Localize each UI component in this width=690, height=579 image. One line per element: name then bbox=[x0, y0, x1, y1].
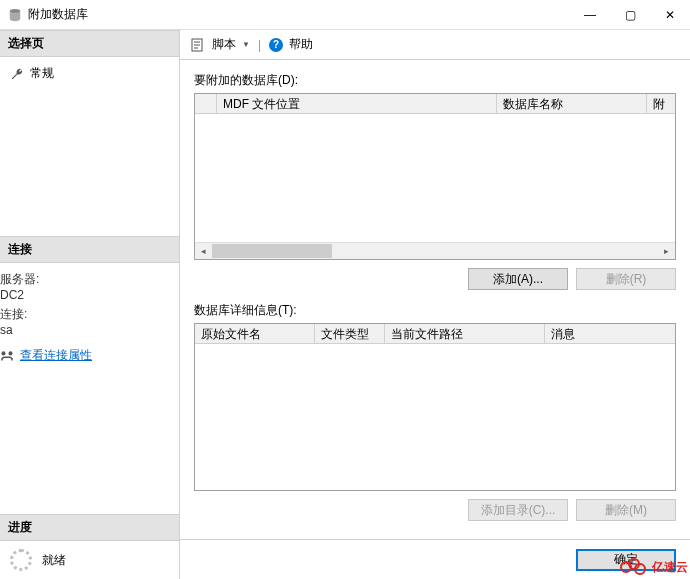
attach-grid-header: MDF 文件位置 数据库名称 附 bbox=[195, 94, 675, 114]
progress-header: 进度 bbox=[0, 514, 179, 541]
script-icon bbox=[190, 37, 206, 53]
toolbar: 脚本 ▼ | ? 帮助 bbox=[180, 30, 690, 60]
help-button[interactable]: 帮助 bbox=[289, 36, 313, 53]
svg-point-2 bbox=[8, 351, 12, 355]
script-dropdown-icon[interactable]: ▼ bbox=[242, 40, 250, 49]
scroll-right-arrow[interactable]: ▸ bbox=[658, 243, 675, 259]
left-sidebar: 选择页 常规 连接 服务器: DC2 连接: sa 查看连接属性 进度 就绪 bbox=[0, 30, 180, 579]
attach-db-label: 要附加的数据库(D): bbox=[194, 72, 676, 89]
scroll-left-arrow[interactable]: ◂ bbox=[195, 243, 212, 259]
col-attach[interactable]: 附 bbox=[647, 94, 675, 113]
title-bar: 附加数据库 — ▢ ✕ bbox=[0, 0, 690, 30]
details-grid-header: 原始文件名 文件类型 当前文件路径 消息 bbox=[195, 324, 675, 344]
col-rowheader bbox=[195, 94, 217, 113]
scroll-thumb[interactable] bbox=[212, 244, 332, 258]
database-icon bbox=[8, 8, 22, 22]
svg-point-0 bbox=[10, 8, 21, 12]
col-mdf-location[interactable]: MDF 文件位置 bbox=[217, 94, 497, 113]
window-title: 附加数据库 bbox=[28, 6, 570, 23]
connection-header: 连接 bbox=[0, 236, 179, 263]
add-button[interactable]: 添加(A)... bbox=[468, 268, 568, 290]
view-connection-properties-link[interactable]: 查看连接属性 bbox=[20, 347, 92, 364]
remove-button: 删除(R) bbox=[576, 268, 676, 290]
wrench-icon bbox=[10, 67, 24, 81]
server-value: DC2 bbox=[0, 288, 179, 302]
help-icon: ? bbox=[269, 38, 283, 52]
col-message[interactable]: 消息 bbox=[545, 324, 675, 343]
details-grid[interactable]: 原始文件名 文件类型 当前文件路径 消息 bbox=[194, 323, 676, 491]
conn-label: 连接: bbox=[0, 306, 179, 323]
select-page-header: 选择页 bbox=[0, 30, 179, 57]
remove-detail-button: 删除(M) bbox=[576, 499, 676, 521]
dialog-footer: 确定 bbox=[180, 539, 690, 579]
add-directory-button: 添加目录(C)... bbox=[468, 499, 568, 521]
ok-button[interactable]: 确定 bbox=[576, 549, 676, 571]
progress-spinner-icon bbox=[10, 549, 32, 571]
conn-value: sa bbox=[0, 323, 179, 337]
right-panel: 脚本 ▼ | ? 帮助 要附加的数据库(D): MDF 文件位置 数据库名称 附… bbox=[180, 30, 690, 579]
script-button[interactable]: 脚本 bbox=[212, 36, 236, 53]
progress-status: 就绪 bbox=[42, 552, 66, 569]
attach-grid-body[interactable] bbox=[195, 114, 675, 242]
col-db-name[interactable]: 数据库名称 bbox=[497, 94, 647, 113]
details-label: 数据库详细信息(T): bbox=[194, 302, 676, 319]
attach-grid[interactable]: MDF 文件位置 数据库名称 附 ◂ ▸ bbox=[194, 93, 676, 260]
minimize-button[interactable]: — bbox=[570, 0, 610, 30]
col-file-type[interactable]: 文件类型 bbox=[315, 324, 385, 343]
server-label: 服务器: bbox=[0, 271, 179, 288]
close-button[interactable]: ✕ bbox=[650, 0, 690, 30]
nav-general[interactable]: 常规 bbox=[10, 63, 169, 84]
connection-props-icon bbox=[0, 349, 14, 363]
attach-grid-hscroll[interactable]: ◂ ▸ bbox=[195, 242, 675, 259]
col-current-path[interactable]: 当前文件路径 bbox=[385, 324, 545, 343]
nav-general-label: 常规 bbox=[30, 65, 54, 82]
maximize-button[interactable]: ▢ bbox=[610, 0, 650, 30]
col-orig-filename[interactable]: 原始文件名 bbox=[195, 324, 315, 343]
svg-point-1 bbox=[1, 351, 5, 355]
